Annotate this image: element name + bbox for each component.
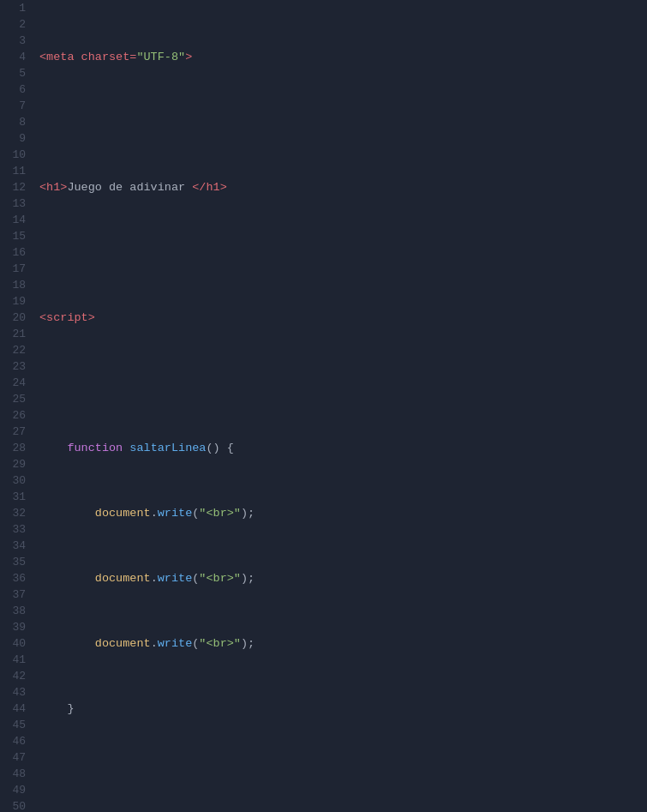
code-line-5: <script> <box>39 310 647 326</box>
line-num-17: 17 <box>7 261 26 277</box>
code-editor: 1 2 3 4 5 6 7 8 9 10 11 12 13 14 15 16 1… <box>0 0 647 812</box>
line-num-37: 37 <box>7 586 26 603</box>
line-num-47: 47 <box>7 749 26 766</box>
line-num-8: 8 <box>7 114 26 130</box>
line-num-46: 46 <box>7 733 26 749</box>
line-num-20: 20 <box>7 310 26 326</box>
line-num-29: 29 <box>7 456 26 472</box>
line-num-34: 34 <box>7 538 26 554</box>
line-num-44: 44 <box>7 701 26 717</box>
line-num-41: 41 <box>7 652 26 668</box>
line-num-18: 18 <box>7 277 26 293</box>
line-num-33: 33 <box>7 521 26 538</box>
code-line-12 <box>39 766 647 782</box>
line-num-43: 43 <box>7 684 26 701</box>
code-line-11: } <box>39 701 647 717</box>
line-num-27: 27 <box>7 424 26 440</box>
line-num-12: 12 <box>7 179 26 195</box>
line-num-32: 32 <box>7 505 26 521</box>
line-num-24: 24 <box>7 375 26 391</box>
line-num-39: 39 <box>7 619 26 635</box>
line-numbers: 1 2 3 4 5 6 7 8 9 10 11 12 13 14 15 16 1… <box>0 0 36 812</box>
line-num-10: 10 <box>7 147 26 163</box>
line-num-38: 38 <box>7 603 26 619</box>
line-num-30: 30 <box>7 472 26 489</box>
line-num-36: 36 <box>7 570 26 586</box>
line-num-3: 3 <box>7 33 26 49</box>
line-num-13: 13 <box>7 195 26 212</box>
code-line-1: <meta charset="UTF-8"> <box>39 49 647 65</box>
line-num-19: 19 <box>7 293 26 310</box>
code-line-4 <box>39 244 647 261</box>
line-num-40: 40 <box>7 635 26 652</box>
line-num-15: 15 <box>7 228 26 244</box>
line-num-48: 48 <box>7 766 26 782</box>
line-num-2: 2 <box>7 16 26 33</box>
code-line-8: document.write("<br>"); <box>39 505 647 521</box>
line-num-35: 35 <box>7 554 26 570</box>
line-num-23: 23 <box>7 358 26 375</box>
line-num-49: 49 <box>7 782 26 798</box>
code-line-2 <box>39 114 647 130</box>
code-line-6 <box>39 375 647 391</box>
line-num-22: 22 <box>7 342 26 358</box>
line-num-21: 21 <box>7 326 26 342</box>
code-line-3: <h1>Juego de adivinar </h1> <box>39 179 647 195</box>
line-num-9: 9 <box>7 130 26 147</box>
line-num-50: 50 <box>7 798 26 812</box>
line-num-16: 16 <box>7 244 26 261</box>
line-num-5: 5 <box>7 65 26 81</box>
code-line-10: document.write("<br>"); <box>39 635 647 652</box>
line-num-25: 25 <box>7 391 26 407</box>
line-num-45: 45 <box>7 717 26 733</box>
line-num-1: 1 <box>7 0 26 16</box>
code-line-7: function saltarLinea() { <box>39 440 647 456</box>
code-line-9: document.write("<br>"); <box>39 570 647 586</box>
code-content[interactable]: <meta charset="UTF-8"> <h1>Juego de adiv… <box>36 0 647 812</box>
line-num-4: 4 <box>7 49 26 65</box>
line-num-11: 11 <box>7 163 26 179</box>
line-num-26: 26 <box>7 407 26 424</box>
line-num-28: 28 <box>7 440 26 456</box>
line-num-14: 14 <box>7 212 26 228</box>
line-num-7: 7 <box>7 98 26 114</box>
line-num-42: 42 <box>7 668 26 684</box>
line-num-31: 31 <box>7 489 26 505</box>
line-num-6: 6 <box>7 81 26 98</box>
